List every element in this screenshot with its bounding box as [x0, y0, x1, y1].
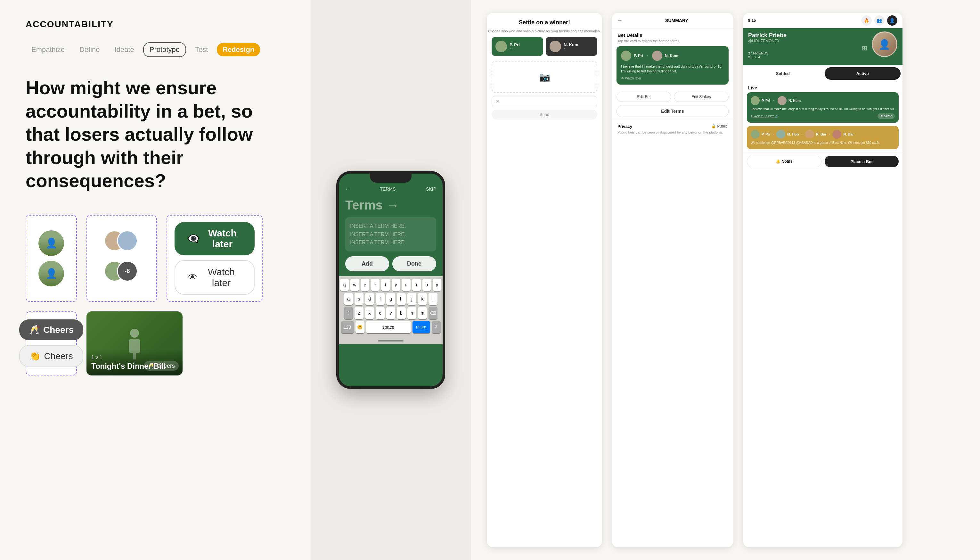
- summary-title: SUMMARY: [626, 18, 728, 23]
- nav-fire-icon[interactable]: 🔥: [862, 15, 872, 26]
- key-o[interactable]: o: [423, 279, 431, 291]
- key-y[interactable]: y: [392, 279, 400, 291]
- settle-or-input: or: [492, 96, 597, 107]
- feed-name-2c: R. Bar: [816, 132, 826, 136]
- key-l[interactable]: l: [429, 293, 438, 305]
- phone-screen-title: TERMS: [380, 187, 396, 192]
- key-g[interactable]: g: [386, 293, 395, 305]
- keyboard-row-3: ⇧ z x c v b n m ⌫: [340, 307, 441, 319]
- key-k[interactable]: k: [418, 293, 427, 305]
- live-label: Live: [743, 82, 902, 92]
- key-v[interactable]: v: [386, 307, 395, 319]
- bet-player-1-avatar: [621, 51, 631, 61]
- tab-settled[interactable]: Settled: [745, 67, 821, 80]
- tab-redesign[interactable]: Redesign: [217, 43, 260, 57]
- key-123[interactable]: 123: [341, 321, 354, 333]
- key-shift[interactable]: ⇧: [344, 307, 353, 319]
- bottom-actions: 🔔 Notifs Place a Bet: [743, 152, 902, 170]
- done-button[interactable]: Done: [392, 256, 436, 272]
- key-return[interactable]: return: [413, 321, 430, 333]
- add-button[interactable]: Add: [345, 256, 389, 272]
- feed-avatar-2c: [805, 130, 814, 139]
- tab-ideate[interactable]: Ideate: [109, 43, 140, 57]
- key-z[interactable]: z: [354, 307, 363, 319]
- bet-feed-item-2[interactable]: P. Pri • M. Hob • R. Bar • N. Bar We cha…: [747, 126, 898, 149]
- feed-name-2b: M. Hob: [787, 132, 799, 136]
- key-j[interactable]: j: [408, 293, 416, 305]
- home-bar: [378, 340, 404, 342]
- cheers-light-button[interactable]: 👏 Cheers: [19, 345, 83, 367]
- notifs-button[interactable]: 🔔 Notifs: [747, 156, 822, 167]
- feed-avatar-1b: [778, 96, 787, 105]
- key-u[interactable]: u: [402, 279, 411, 291]
- input-line-2: INSERT A TERM HERE.: [350, 230, 431, 239]
- key-c[interactable]: c: [376, 307, 384, 319]
- camera-icon: 📷: [539, 72, 550, 82]
- video-card[interactable]: 1 v 1 Tonight's Dinner Bill 🥂 Cheers: [87, 312, 183, 375]
- cheers-dark-button[interactable]: 🥂 Cheers: [19, 319, 83, 340]
- profile-header-section: Patrick Priebe @HOUZEMONEY 👤 ⊞ 37 FRIEND…: [743, 28, 902, 65]
- qr-icon[interactable]: ⊞: [862, 44, 867, 52]
- wl-record: W 5 L 4: [748, 55, 897, 59]
- privacy-label: Privacy: [617, 124, 632, 129]
- bet-details-sub: Tap the card to review the betting terms…: [612, 39, 734, 46]
- key-x[interactable]: x: [365, 307, 374, 319]
- bet-card-summary[interactable]: P. Pri • N. Kum I believe that I'll make…: [617, 46, 729, 85]
- player-card-2: N. Kum •: [546, 37, 597, 56]
- back-arrow[interactable]: ←: [345, 187, 350, 192]
- feed-text-1: I believe that I'll make the longest put…: [751, 107, 895, 112]
- key-b[interactable]: b: [397, 307, 406, 319]
- edit-terms-button[interactable]: Edit Terms: [617, 105, 729, 117]
- cheers-light-label: Cheers: [44, 351, 73, 362]
- key-i[interactable]: i: [412, 279, 421, 291]
- place-bet-button[interactable]: Place a Bet: [825, 156, 898, 167]
- nav-person-icon[interactable]: 👤: [887, 15, 897, 26]
- card-single-avatar: 👤 👤: [26, 215, 77, 302]
- key-p[interactable]: p: [433, 279, 441, 291]
- phone-input-area[interactable]: INSERT A TERM HERE. INSERT A TERM HERE. …: [345, 217, 436, 252]
- key-backspace[interactable]: ⌫: [429, 307, 438, 319]
- phone-notch: [370, 173, 411, 183]
- keyboard-row-2: a s d f g h j k l: [340, 293, 441, 305]
- bet-feed-item-1[interactable]: P. Pri • N. Kum I believe that I'll make…: [747, 92, 898, 123]
- key-emoji[interactable]: 😊: [356, 321, 364, 333]
- feed-avatar-1a: [751, 96, 760, 105]
- key-space[interactable]: space: [366, 321, 411, 333]
- key-f[interactable]: f: [376, 293, 384, 305]
- tab-prototype[interactable]: Prototype: [143, 42, 186, 57]
- key-r[interactable]: r: [371, 279, 379, 291]
- feed-settle-btn[interactable]: ⚑ Settle: [877, 113, 895, 119]
- settle-send-button[interactable]: Send: [492, 110, 597, 120]
- tab-active[interactable]: Active: [825, 67, 900, 80]
- summary-back-arrow[interactable]: ←: [617, 18, 622, 23]
- svg-point-0: [130, 329, 139, 338]
- bet-card-players: P. Pri • N. Kum: [621, 51, 724, 61]
- watch-later-green-button[interactable]: 👁‍🗨 Watch later: [175, 222, 255, 255]
- edit-stakes-button[interactable]: Edit Stakes: [674, 92, 729, 102]
- privacy-section: Privacy 🔒 Public Public bets can be seen…: [612, 120, 734, 139]
- tab-test[interactable]: Test: [189, 43, 214, 57]
- tab-define[interactable]: Define: [74, 43, 106, 57]
- edit-bet-button[interactable]: Edit Bet: [617, 92, 671, 102]
- key-d[interactable]: d: [365, 293, 374, 305]
- feed-place-link[interactable]: PLACE THIS BET 🔗: [751, 115, 778, 118]
- key-e[interactable]: e: [361, 279, 369, 291]
- key-n[interactable]: n: [408, 307, 416, 319]
- skip-button[interactable]: SKIP: [426, 187, 436, 192]
- key-mic[interactable]: 🎙: [432, 321, 441, 333]
- key-s[interactable]: s: [354, 293, 363, 305]
- key-w[interactable]: w: [350, 279, 359, 291]
- right-panel: Settle on a winner! Choose who won and s…: [471, 0, 980, 560]
- avatar-badge-count: -8: [117, 261, 138, 282]
- watch-later-outline-button[interactable]: 👁 Watch later: [175, 260, 255, 295]
- feed-name-2d: N. Bar: [843, 132, 854, 136]
- nav-people-icon[interactable]: 👥: [874, 15, 885, 26]
- key-t[interactable]: t: [381, 279, 390, 291]
- settle-photo-area[interactable]: 📷: [492, 61, 597, 93]
- key-h[interactable]: h: [397, 293, 406, 305]
- tab-empathize[interactable]: Empathize: [26, 43, 70, 57]
- key-m[interactable]: m: [418, 307, 427, 319]
- key-q[interactable]: q: [340, 279, 349, 291]
- key-a[interactable]: a: [344, 293, 353, 305]
- bet-vs: •: [647, 54, 648, 58]
